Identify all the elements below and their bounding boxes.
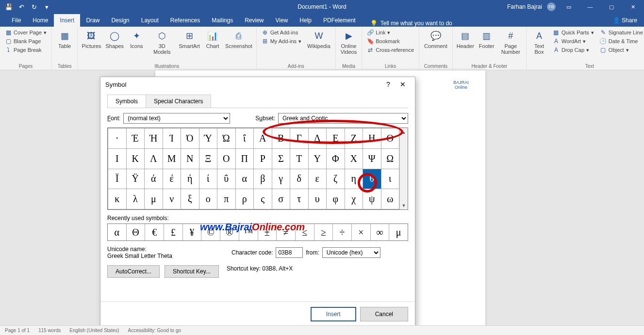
symbol-cell[interactable]: ρ xyxy=(235,189,254,209)
symbol-cell[interactable]: Ω xyxy=(381,148,399,169)
share-button[interactable]: 👤 Share xyxy=(606,14,644,27)
close-icon[interactable]: ✕ xyxy=(396,77,410,92)
symbol-cell[interactable]: α xyxy=(235,169,254,189)
symbol-cell[interactable]: Π xyxy=(235,148,254,169)
symbol-cell[interactable]: σ xyxy=(272,189,290,209)
symbol-cell[interactable]: π xyxy=(217,189,236,209)
symbol-cell[interactable]: ΰ xyxy=(217,169,236,189)
recent-symbol[interactable]: α xyxy=(108,224,127,240)
symbol-scrollbar[interactable]: ▲ ▼ xyxy=(399,128,408,209)
undo-icon[interactable]: ↶ xyxy=(17,3,25,11)
signature-button[interactable]: ✎Signature Line ▾ xyxy=(599,29,644,36)
symbol-cell[interactable]: Φ xyxy=(327,148,345,169)
object-button[interactable]: ▢Object ▾ xyxy=(599,46,644,54)
recent-symbol[interactable]: ± xyxy=(258,224,277,240)
recent-symbol[interactable]: ® xyxy=(220,224,239,240)
save-icon[interactable]: 💾 xyxy=(5,3,13,11)
cancel-button[interactable]: Cancel xyxy=(360,307,408,321)
symbol-cell[interactable]: ν xyxy=(163,189,181,209)
close-icon[interactable]: ✕ xyxy=(625,0,641,14)
symbol-cell[interactable]: Ύ xyxy=(199,128,217,149)
screenshot-button[interactable]: ⎙Screenshot xyxy=(225,29,252,50)
tab-draw[interactable]: Draw xyxy=(80,14,105,27)
recent-symbol[interactable]: ≥ xyxy=(314,224,333,240)
date-time-button[interactable]: 🕒Date & Time xyxy=(599,37,644,45)
symbol-cell[interactable]: λ xyxy=(126,189,145,209)
3d-models-button[interactable]: ⬡3D Models xyxy=(149,29,175,56)
autocorrect-button[interactable]: AutoCorrect... xyxy=(107,265,160,278)
table-button[interactable]: ▦Table xyxy=(56,29,73,50)
symbol-cell[interactable]: β xyxy=(254,169,272,189)
tab-symbols-dialog[interactable]: Symbols xyxy=(107,95,146,108)
tab-home[interactable]: Home xyxy=(27,14,54,27)
symbol-cell[interactable]: ω xyxy=(381,189,399,209)
tab-references[interactable]: References xyxy=(165,14,206,27)
symbol-cell[interactable]: ι xyxy=(381,169,399,189)
chart-button[interactable]: 📊Chart xyxy=(204,29,221,50)
symbol-cell[interactable]: Β xyxy=(272,128,290,149)
recent-symbol[interactable]: ¥ xyxy=(183,224,202,240)
symbol-cell[interactable]: Ξ xyxy=(199,148,217,169)
symbol-cell[interactable]: Ο xyxy=(217,148,236,169)
user-name[interactable]: Farhan Bajrai xyxy=(507,3,542,10)
symbol-cell[interactable]: θ xyxy=(363,169,381,189)
my-addins-button[interactable]: ⊞My Add-ins ▾ xyxy=(261,37,302,45)
from-combo[interactable]: Unicode (hex) xyxy=(322,247,380,258)
symbol-cell[interactable]: Ζ xyxy=(345,128,363,149)
recent-symbol[interactable]: Θ xyxy=(127,224,146,240)
symbol-cell[interactable]: Ή xyxy=(145,128,163,149)
page-number-button[interactable]: #Page Number xyxy=(499,29,522,56)
header-button[interactable]: ▤Header xyxy=(457,29,474,50)
minimize-icon[interactable]: — xyxy=(582,0,598,14)
tab-file[interactable]: File xyxy=(6,14,27,27)
subset-combo[interactable]: Greek and Coptic xyxy=(278,113,408,124)
symbol-cell[interactable]: φ xyxy=(327,189,345,209)
recent-symbol[interactable]: © xyxy=(201,224,220,240)
symbol-cell[interactable]: Ϋ xyxy=(126,169,145,189)
recent-symbol[interactable]: £ xyxy=(164,224,183,240)
get-addins-button[interactable]: ⊕Get Add-ins xyxy=(261,29,302,36)
symbol-cell[interactable]: Δ xyxy=(308,128,327,149)
shortcut-key-button[interactable]: Shortcut Key... xyxy=(165,265,219,278)
symbol-cell[interactable]: Έ xyxy=(126,128,145,149)
help-icon[interactable]: ? xyxy=(381,77,396,92)
symbol-cell[interactable]: Ι xyxy=(108,148,127,169)
comment-button[interactable]: 💬Comment xyxy=(423,29,448,50)
tab-review[interactable]: Review xyxy=(239,14,269,27)
quick-parts-button[interactable]: ▦Quick Parts ▾ xyxy=(552,29,595,36)
link-button[interactable]: 🔗Link ▾ xyxy=(366,29,415,36)
symbol-cell[interactable]: ά xyxy=(145,169,163,189)
symbol-cell[interactable]: ξ xyxy=(181,189,199,209)
char-code-input[interactable] xyxy=(276,247,303,258)
cross-reference-button[interactable]: ⇄Cross-reference xyxy=(366,46,415,54)
insert-button[interactable]: Insert xyxy=(311,307,356,321)
status-lang[interactable]: English (United States) xyxy=(69,328,119,333)
tab-help[interactable]: Help xyxy=(294,14,317,27)
tab-special-chars[interactable]: Special Characters xyxy=(146,95,211,108)
symbol-cell[interactable]: κ xyxy=(108,189,127,209)
status-words[interactable]: 115 words xyxy=(38,328,61,333)
symbol-cell[interactable]: Τ xyxy=(290,148,309,169)
maximize-icon[interactable]: ▢ xyxy=(603,0,620,14)
page-break-button[interactable]: ⤵Page Break xyxy=(4,46,48,54)
tab-layout[interactable]: Layout xyxy=(135,14,165,27)
symbol-cell[interactable]: Ρ xyxy=(254,148,272,169)
symbol-cell[interactable]: Α xyxy=(254,128,272,149)
symbol-cell[interactable]: δ xyxy=(290,169,309,189)
online-videos-button[interactable]: ▶Online Videos xyxy=(340,29,358,56)
symbol-cell[interactable]: μ xyxy=(145,189,163,209)
symbol-cell[interactable]: ζ xyxy=(327,169,345,189)
icons-button[interactable]: ✦Icons xyxy=(128,29,145,50)
symbol-cell[interactable]: χ xyxy=(345,189,363,209)
symbol-cell[interactable]: Κ xyxy=(126,148,145,169)
symbol-cell[interactable]: ή xyxy=(181,169,199,189)
recent-symbol[interactable]: ≤ xyxy=(296,224,314,240)
symbol-cell[interactable]: η xyxy=(345,169,363,189)
symbol-cell[interactable]: Ϊ xyxy=(108,169,127,189)
symbol-cell[interactable]: Ν xyxy=(181,148,199,169)
bookmark-button[interactable]: 🔖Bookmark xyxy=(366,37,415,45)
tab-mailings[interactable]: Mailings xyxy=(206,14,239,27)
symbol-cell[interactable]: Ε xyxy=(327,128,345,149)
symbol-cell[interactable]: · xyxy=(108,128,127,149)
ribbon-display-icon[interactable]: ▭ xyxy=(561,0,577,14)
